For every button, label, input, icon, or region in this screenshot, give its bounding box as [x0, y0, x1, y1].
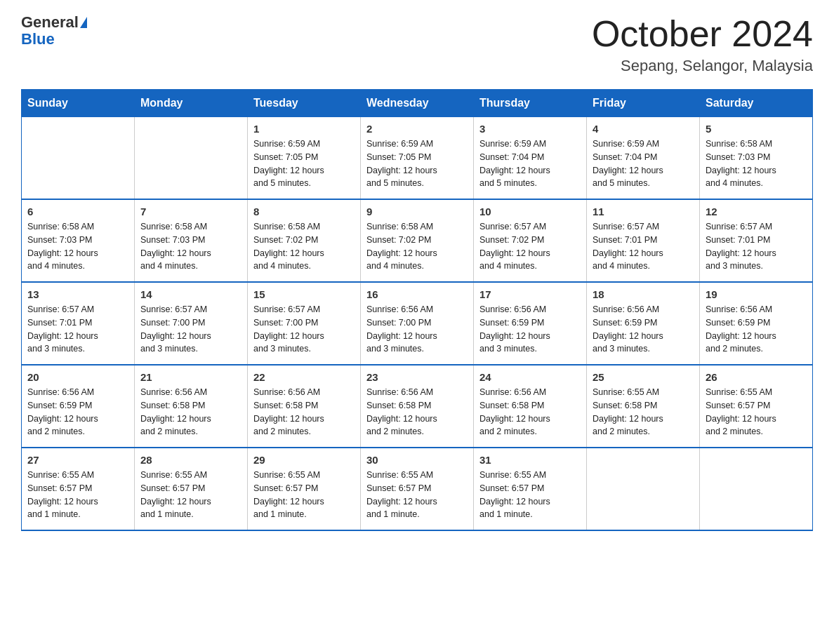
calendar-cell: 21Sunrise: 6:56 AMSunset: 6:58 PMDayligh… [135, 365, 248, 448]
calendar-cell [135, 117, 248, 200]
page-header: General Blue October 2024 Sepang, Selang… [21, 14, 813, 75]
day-number: 26 [706, 371, 807, 383]
day-header-tuesday: Tuesday [248, 90, 361, 117]
calendar-cell: 12Sunrise: 6:57 AMSunset: 7:01 PMDayligh… [700, 199, 813, 282]
calendar-week-row: 6Sunrise: 6:58 AMSunset: 7:03 PMDaylight… [22, 199, 813, 282]
calendar-cell: 27Sunrise: 6:55 AMSunset: 6:57 PMDayligh… [22, 448, 135, 530]
day-number: 7 [140, 206, 241, 217]
calendar-cell: 3Sunrise: 6:59 AMSunset: 7:04 PMDaylight… [474, 117, 587, 200]
day-number: 31 [479, 454, 581, 466]
calendar-cell: 10Sunrise: 6:57 AMSunset: 7:02 PMDayligh… [474, 199, 587, 282]
day-info: Sunrise: 6:59 AMSunset: 7:04 PMDaylight:… [593, 137, 694, 190]
calendar-week-row: 20Sunrise: 6:56 AMSunset: 6:59 PMDayligh… [22, 365, 813, 448]
title-section: October 2024 Sepang, Selangor, Malaysia [592, 14, 813, 75]
day-info: Sunrise: 6:57 AMSunset: 7:00 PMDaylight:… [140, 303, 241, 356]
day-header-friday: Friday [587, 90, 700, 117]
day-number: 19 [706, 288, 807, 300]
day-info: Sunrise: 6:57 AMSunset: 7:02 PMDaylight:… [479, 220, 581, 273]
calendar-header-row: SundayMondayTuesdayWednesdayThursdayFrid… [22, 90, 813, 117]
calendar-cell: 13Sunrise: 6:57 AMSunset: 7:01 PMDayligh… [22, 282, 135, 365]
day-info: Sunrise: 6:55 AMSunset: 6:57 PMDaylight:… [366, 469, 468, 521]
calendar-cell: 14Sunrise: 6:57 AMSunset: 7:00 PMDayligh… [135, 282, 248, 365]
day-info: Sunrise: 6:55 AMSunset: 6:57 PMDaylight:… [140, 469, 241, 521]
day-info: Sunrise: 6:55 AMSunset: 6:57 PMDaylight:… [706, 386, 807, 438]
calendar-cell: 8Sunrise: 6:58 AMSunset: 7:02 PMDaylight… [248, 199, 361, 282]
calendar-cell: 15Sunrise: 6:57 AMSunset: 7:00 PMDayligh… [248, 282, 361, 365]
day-info: Sunrise: 6:59 AMSunset: 7:05 PMDaylight:… [366, 137, 468, 190]
day-info: Sunrise: 6:56 AMSunset: 6:58 PMDaylight:… [479, 386, 581, 438]
day-info: Sunrise: 6:57 AMSunset: 7:01 PMDaylight:… [27, 303, 128, 356]
day-info: Sunrise: 6:57 AMSunset: 7:01 PMDaylight:… [593, 220, 694, 273]
day-info: Sunrise: 6:57 AMSunset: 7:01 PMDaylight:… [706, 220, 807, 273]
day-header-wednesday: Wednesday [361, 90, 474, 117]
day-info: Sunrise: 6:56 AMSunset: 6:58 PMDaylight:… [253, 386, 355, 438]
month-title: October 2024 [592, 14, 813, 54]
day-number: 2 [366, 123, 468, 135]
calendar-cell: 20Sunrise: 6:56 AMSunset: 6:59 PMDayligh… [22, 365, 135, 448]
logo: General Blue [21, 14, 87, 48]
location: Sepang, Selangor, Malaysia [592, 57, 813, 75]
calendar-cell: 11Sunrise: 6:57 AMSunset: 7:01 PMDayligh… [587, 199, 700, 282]
logo-triangle-icon [80, 17, 87, 28]
calendar-cell: 24Sunrise: 6:56 AMSunset: 6:58 PMDayligh… [474, 365, 587, 448]
logo-blue-text: Blue [21, 31, 87, 48]
calendar-cell: 1Sunrise: 6:59 AMSunset: 7:05 PMDaylight… [248, 117, 361, 200]
calendar-table: SundayMondayTuesdayWednesdayThursdayFrid… [21, 89, 813, 531]
day-info: Sunrise: 6:56 AMSunset: 6:59 PMDaylight:… [479, 303, 581, 356]
day-number: 13 [27, 288, 128, 300]
calendar-cell [587, 448, 700, 530]
calendar-cell: 29Sunrise: 6:55 AMSunset: 6:57 PMDayligh… [248, 448, 361, 530]
calendar-cell: 17Sunrise: 6:56 AMSunset: 6:59 PMDayligh… [474, 282, 587, 365]
logo-general-text: General [21, 14, 79, 31]
day-number: 27 [27, 454, 128, 466]
day-number: 24 [479, 371, 581, 383]
calendar-cell: 23Sunrise: 6:56 AMSunset: 6:58 PMDayligh… [361, 365, 474, 448]
calendar-cell: 16Sunrise: 6:56 AMSunset: 7:00 PMDayligh… [361, 282, 474, 365]
day-number: 23 [366, 371, 468, 383]
day-info: Sunrise: 6:56 AMSunset: 7:00 PMDaylight:… [366, 303, 468, 356]
calendar-cell: 28Sunrise: 6:55 AMSunset: 6:57 PMDayligh… [135, 448, 248, 530]
day-number: 22 [253, 371, 355, 383]
day-info: Sunrise: 6:59 AMSunset: 7:05 PMDaylight:… [253, 137, 355, 190]
day-number: 6 [27, 206, 128, 217]
calendar-cell: 26Sunrise: 6:55 AMSunset: 6:57 PMDayligh… [700, 365, 813, 448]
day-number: 11 [593, 206, 694, 217]
day-number: 20 [27, 371, 128, 383]
day-info: Sunrise: 6:58 AMSunset: 7:03 PMDaylight:… [706, 137, 807, 190]
calendar-cell: 4Sunrise: 6:59 AMSunset: 7:04 PMDaylight… [587, 117, 700, 200]
day-info: Sunrise: 6:55 AMSunset: 6:58 PMDaylight:… [593, 386, 694, 438]
calendar-cell: 5Sunrise: 6:58 AMSunset: 7:03 PMDaylight… [700, 117, 813, 200]
calendar-cell: 22Sunrise: 6:56 AMSunset: 6:58 PMDayligh… [248, 365, 361, 448]
day-number: 16 [366, 288, 468, 300]
day-number: 8 [253, 206, 355, 217]
day-number: 28 [140, 454, 241, 466]
calendar-cell: 6Sunrise: 6:58 AMSunset: 7:03 PMDaylight… [22, 199, 135, 282]
calendar-cell: 2Sunrise: 6:59 AMSunset: 7:05 PMDaylight… [361, 117, 474, 200]
calendar-cell [700, 448, 813, 530]
calendar-week-row: 1Sunrise: 6:59 AMSunset: 7:05 PMDaylight… [22, 117, 813, 200]
calendar-cell: 18Sunrise: 6:56 AMSunset: 6:59 PMDayligh… [587, 282, 700, 365]
calendar-cell: 19Sunrise: 6:56 AMSunset: 6:59 PMDayligh… [700, 282, 813, 365]
day-info: Sunrise: 6:59 AMSunset: 7:04 PMDaylight:… [479, 137, 581, 190]
day-number: 21 [140, 371, 241, 383]
day-number: 10 [479, 206, 581, 217]
calendar-cell: 9Sunrise: 6:58 AMSunset: 7:02 PMDaylight… [361, 199, 474, 282]
day-number: 12 [706, 206, 807, 217]
day-header-monday: Monday [135, 90, 248, 117]
day-info: Sunrise: 6:56 AMSunset: 6:59 PMDaylight:… [27, 386, 128, 438]
day-number: 4 [593, 123, 694, 135]
day-info: Sunrise: 6:56 AMSunset: 6:59 PMDaylight:… [706, 303, 807, 356]
calendar-cell: 30Sunrise: 6:55 AMSunset: 6:57 PMDayligh… [361, 448, 474, 530]
day-number: 15 [253, 288, 355, 300]
calendar-cell: 25Sunrise: 6:55 AMSunset: 6:58 PMDayligh… [587, 365, 700, 448]
day-info: Sunrise: 6:57 AMSunset: 7:00 PMDaylight:… [253, 303, 355, 356]
day-header-sunday: Sunday [22, 90, 135, 117]
day-info: Sunrise: 6:55 AMSunset: 6:57 PMDaylight:… [479, 469, 581, 521]
day-info: Sunrise: 6:58 AMSunset: 7:02 PMDaylight:… [366, 220, 468, 273]
day-number: 14 [140, 288, 241, 300]
day-number: 9 [366, 206, 468, 217]
day-number: 18 [593, 288, 694, 300]
day-number: 25 [593, 371, 694, 383]
day-info: Sunrise: 6:56 AMSunset: 6:58 PMDaylight:… [140, 386, 241, 438]
day-number: 3 [479, 123, 581, 135]
